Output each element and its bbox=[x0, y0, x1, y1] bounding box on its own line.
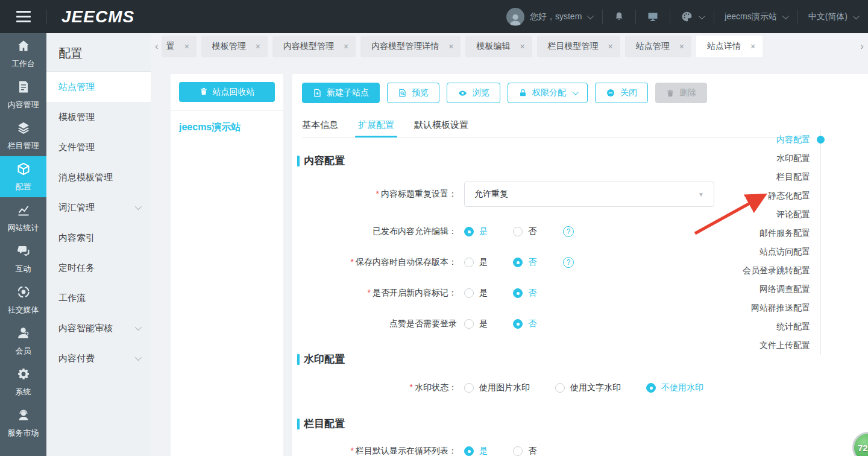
anchor-file-upload-config[interactable]: 文件上传配置 bbox=[743, 336, 820, 355]
tab-basic-info[interactable]: 基本信息 bbox=[302, 113, 338, 137]
sidebar-item-members[interactable]: 会员 bbox=[0, 320, 46, 361]
submenu-item-file-management[interactable]: 文件管理 bbox=[46, 132, 151, 162]
tabs-scroll-right-icon[interactable]: › bbox=[857, 40, 867, 52]
help-icon[interactable]: ? bbox=[563, 257, 574, 268]
submenu-item-content-index[interactable]: 内容索引 bbox=[46, 223, 151, 253]
preview-button[interactable]: 预览 bbox=[387, 83, 439, 103]
submenu-item-message-template[interactable]: 消息模板管理 bbox=[46, 162, 151, 192]
anchor-static-config[interactable]: 静态化配置 bbox=[743, 186, 820, 205]
theme-button[interactable] bbox=[670, 10, 714, 23]
anchor-comment-config[interactable]: 评论配置 bbox=[743, 205, 820, 224]
sidebar-item-interaction[interactable]: 互动 bbox=[0, 238, 46, 279]
submenu-item-template-management[interactable]: 模板管理 bbox=[46, 102, 151, 132]
button-label: 预览 bbox=[412, 87, 429, 98]
site-switcher[interactable]: jeecms演示站 bbox=[714, 11, 797, 22]
language-switcher[interactable]: 中文(简体) bbox=[798, 11, 868, 22]
sidebar-item-system[interactable]: 系统 bbox=[0, 361, 46, 402]
radio-no[interactable]: 否 bbox=[513, 318, 536, 329]
sidebar-item-config[interactable]: 配置 bbox=[0, 156, 46, 197]
close-icon[interactable]: × bbox=[344, 42, 348, 51]
sidebar-item-content[interactable]: 内容管理 bbox=[0, 74, 46, 115]
menu-toggle-icon[interactable] bbox=[0, 11, 46, 22]
anchor-mail-config[interactable]: 邮件服务配置 bbox=[743, 224, 820, 242]
layout: 工作台 内容管理 栏目管理 配置 网站统计 互动 bbox=[0, 33, 868, 456]
field-label: *水印状态： bbox=[302, 382, 457, 393]
radio-yes[interactable]: 是 bbox=[464, 257, 488, 268]
anchor-content-config[interactable]: 内容配置 bbox=[743, 130, 820, 149]
submenu-item-label: 站点管理 bbox=[58, 81, 95, 93]
trash-icon bbox=[666, 89, 675, 98]
tab-extended-config[interactable]: 扩展配置 bbox=[358, 113, 394, 137]
home-icon bbox=[16, 39, 31, 55]
screen-button[interactable] bbox=[636, 11, 670, 23]
eye-icon bbox=[458, 89, 468, 98]
browse-button[interactable]: 浏览 bbox=[447, 83, 500, 103]
tab-default-template[interactable]: 默认模板设置 bbox=[414, 113, 468, 137]
tab-label: 站点详情 bbox=[707, 41, 741, 52]
submenu-item-workflow[interactable]: 工作流 bbox=[46, 283, 151, 313]
radio-icon bbox=[555, 383, 565, 393]
radio-image-watermark[interactable]: 使用图片水印 bbox=[464, 382, 530, 393]
radio-icon bbox=[464, 383, 474, 393]
sidebar-item-workbench[interactable]: 工作台 bbox=[0, 33, 46, 74]
user-menu[interactable]: 您好，system bbox=[496, 8, 602, 26]
radio-no[interactable]: 否 bbox=[513, 257, 536, 268]
anchor-watermark-config[interactable]: 水印配置 bbox=[743, 149, 820, 168]
detail-tabs: 基本信息 扩展配置 默认模板设置 bbox=[302, 113, 811, 138]
site-tree-item[interactable]: jeecms演示站 bbox=[171, 111, 283, 144]
anchor-statistics-config[interactable]: 统计配置 bbox=[743, 317, 820, 336]
radio-yes[interactable]: 是 bbox=[464, 446, 488, 456]
anchor-site-group-push-config[interactable]: 网站群推送配置 bbox=[743, 299, 820, 317]
tab-site-detail[interactable]: 站点详情× bbox=[696, 36, 763, 57]
close-icon[interactable]: × bbox=[256, 42, 260, 51]
chevron-down-icon bbox=[573, 89, 579, 95]
sidebar-item-statistics[interactable]: 网站统计 bbox=[0, 197, 46, 238]
tab-template-management[interactable]: 模板管理× bbox=[201, 36, 268, 57]
anchor-site-access-config[interactable]: 站点访问配置 bbox=[743, 242, 820, 261]
radio-yes[interactable]: 是 bbox=[464, 318, 488, 329]
submenu-item-vocabulary[interactable]: 词汇管理 bbox=[46, 192, 151, 223]
radio-yes[interactable]: 是 bbox=[464, 226, 488, 237]
tabs-scroll-left-icon[interactable]: ‹ bbox=[152, 40, 162, 52]
field-label: *内容标题重复设置： bbox=[302, 189, 457, 200]
tab-content-model[interactable]: 内容模型管理× bbox=[272, 36, 356, 57]
close-icon[interactable]: × bbox=[184, 42, 189, 51]
tab-content-model-detail[interactable]: 内容模型管理详情× bbox=[360, 36, 461, 57]
radio-no[interactable]: 否 bbox=[513, 288, 536, 299]
title-repeat-select[interactable]: 允许重复 ▼ bbox=[464, 182, 714, 207]
close-icon[interactable]: × bbox=[520, 42, 524, 51]
radio-yes[interactable]: 是 bbox=[464, 288, 488, 299]
sidebar-item-marketplace[interactable]: 服务市场 bbox=[0, 402, 46, 443]
permission-assign-button[interactable]: 权限分配 bbox=[508, 83, 588, 103]
notifications-button[interactable] bbox=[603, 11, 635, 23]
anchor-member-redirect-config[interactable]: 会员登录跳转配置 bbox=[743, 261, 820, 280]
close-icon[interactable]: × bbox=[679, 42, 684, 51]
delete-button[interactable]: 删除 bbox=[655, 83, 707, 103]
close-icon[interactable]: × bbox=[750, 42, 755, 51]
close-icon[interactable]: × bbox=[608, 42, 613, 51]
radio-no[interactable]: 否 bbox=[513, 446, 536, 456]
tab-site-management[interactable]: 站点管理× bbox=[625, 36, 691, 57]
avatar bbox=[506, 8, 524, 26]
submenu-item-scheduled-tasks[interactable]: 定时任务 bbox=[46, 253, 151, 283]
sidebar-item-social[interactable]: 社交媒体 bbox=[0, 279, 46, 320]
sidebar-item-columns[interactable]: 栏目管理 bbox=[0, 115, 46, 156]
radio-text-watermark[interactable]: 使用文字水印 bbox=[555, 382, 621, 393]
tab-column-model[interactable]: 栏目模型管理× bbox=[537, 36, 620, 57]
radio-no-watermark[interactable]: 不使用水印 bbox=[646, 382, 703, 393]
anchor-survey-config[interactable]: 网络调查配置 bbox=[743, 280, 820, 299]
close-site-button[interactable]: 关闭 bbox=[595, 83, 648, 103]
help-icon[interactable]: ? bbox=[563, 226, 574, 237]
section-anchor-nav: 内容配置 水印配置 栏目配置 静态化配置 评论配置 邮件服务配置 站点访问配置 … bbox=[743, 130, 821, 355]
anchor-column-config[interactable]: 栏目配置 bbox=[743, 168, 820, 186]
site-recycle-button[interactable]: 站点回收站 bbox=[179, 82, 275, 102]
tab-template-edit[interactable]: 模板编辑× bbox=[465, 36, 532, 57]
close-icon[interactable]: × bbox=[448, 42, 453, 51]
new-subsite-button[interactable]: 新建子站点 bbox=[302, 83, 380, 103]
tab-clipped[interactable]: 置× bbox=[162, 36, 197, 57]
tab-label: 模板管理 bbox=[212, 41, 246, 52]
submenu-item-ai-review[interactable]: 内容智能审核 bbox=[46, 313, 151, 343]
submenu-item-site-management[interactable]: 站点管理 bbox=[46, 72, 151, 102]
submenu-item-paid-content[interactable]: 内容付费 bbox=[46, 343, 151, 373]
radio-no[interactable]: 否 bbox=[513, 226, 536, 237]
